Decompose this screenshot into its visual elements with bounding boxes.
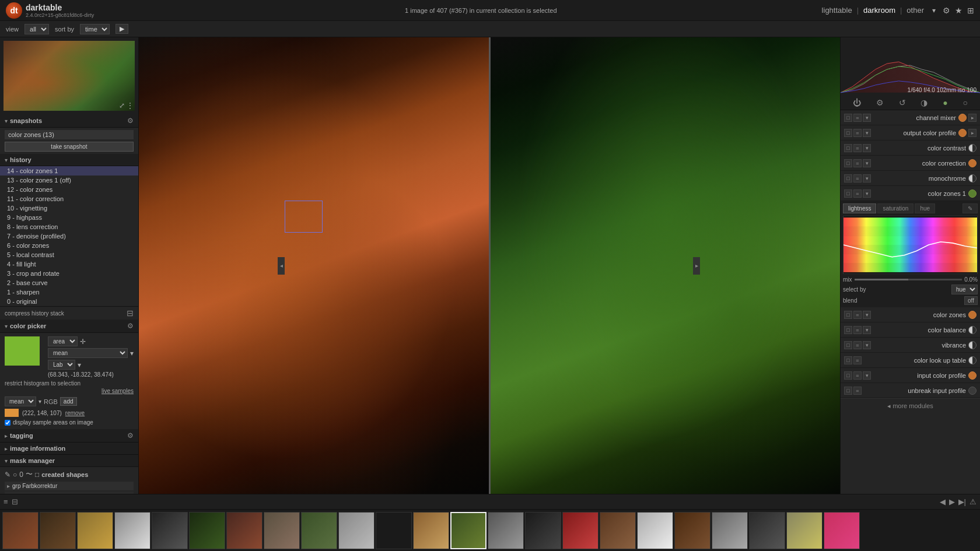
history-item-0[interactable]: 0 - original xyxy=(0,297,138,306)
mod-preset-btn[interactable]: ▾ xyxy=(863,159,871,167)
bb-warn-icon[interactable]: ⚠ xyxy=(970,497,977,506)
mod-arrow-btn2[interactable]: ▸ xyxy=(968,129,977,137)
bb-next-icon[interactable]: ▶| xyxy=(958,497,966,506)
snapshot-item[interactable]: color zones (13) xyxy=(5,130,134,139)
history-item-9[interactable]: 9 - highpass xyxy=(0,213,138,222)
mod-reset-btn[interactable]: = xyxy=(853,129,862,137)
mod-reset-btn[interactable]: = xyxy=(853,114,862,122)
history-item-10[interactable]: 10 - vignetting xyxy=(0,203,138,213)
left-panel-collapse[interactable]: ◂ xyxy=(278,257,285,275)
mod-preset-btn[interactable]: ▾ xyxy=(863,144,871,152)
history-item-6[interactable]: 6 - color zones xyxy=(0,241,138,250)
film-thumb-10[interactable] xyxy=(338,512,374,549)
nav-lighttable[interactable]: lighttable xyxy=(822,6,852,15)
history-item-8[interactable]: 8 - lens correction xyxy=(0,222,138,231)
history-item-1[interactable]: 1 - sharpen xyxy=(0,287,138,297)
rp-color-icon[interactable]: ● xyxy=(943,98,947,107)
film-thumb-18[interactable] xyxy=(637,512,673,549)
mod-enable-btn[interactable]: □ xyxy=(844,311,852,319)
film-thumb-22[interactable] xyxy=(786,512,822,549)
cp-remove-link[interactable]: remove xyxy=(65,410,85,416)
mod-enable-btn[interactable]: □ xyxy=(844,341,852,349)
cz-edit-icon[interactable]: ✎ xyxy=(963,203,978,213)
mod-arrow-btn[interactable]: ▸ xyxy=(968,114,977,122)
sort-select[interactable]: time xyxy=(80,24,110,34)
thumb-more-icon[interactable]: ⋮ xyxy=(127,101,134,110)
bb-menu-icon[interactable]: ≡ xyxy=(4,497,8,506)
more-modules-btn[interactable]: ◂ more modules xyxy=(841,398,980,413)
image-info-header[interactable]: ▸ image information xyxy=(0,443,138,455)
cp-cs-arrow[interactable]: ▾ xyxy=(78,361,81,369)
cp-mean-arrow[interactable]: ▾ xyxy=(38,398,41,405)
take-snapshot-button[interactable]: take snapshot xyxy=(5,142,134,152)
cp-mode-select[interactable]: mean xyxy=(48,348,128,358)
color-picker-gear-icon[interactable]: ⚙ xyxy=(127,322,134,330)
mod-enable-btn[interactable]: □ xyxy=(844,189,852,198)
bb-grid-icon[interactable]: ⊟ xyxy=(12,497,18,506)
mod-reset-btn[interactable]: = xyxy=(853,326,862,334)
thumb-expand-icon[interactable]: ⤢ xyxy=(119,101,125,110)
mod-reset-btn[interactable]: = xyxy=(853,174,862,183)
mod-preset-btn[interactable]: ▾ xyxy=(863,341,871,349)
zero-icon[interactable]: 0 xyxy=(19,471,23,479)
history-item-7[interactable]: 7 - denoise (profiled) xyxy=(0,231,138,241)
history-item-14[interactable]: 14 - color zones 1 xyxy=(0,166,138,176)
cp-mode-arrow[interactable]: ▾ xyxy=(130,349,134,357)
tagging-header[interactable]: ▸ tagging ⚙ xyxy=(0,429,138,443)
film-thumb-13[interactable] xyxy=(450,512,487,549)
film-thumb-3[interactable] xyxy=(77,512,113,549)
film-thumb-2[interactable] xyxy=(40,512,76,549)
mod-enable-btn[interactable]: □ xyxy=(844,174,852,183)
mod-preset-btn[interactable]: ▾ xyxy=(863,129,871,137)
mod-enable-btn[interactable]: □ xyxy=(844,356,852,364)
film-thumb-6[interactable] xyxy=(189,512,225,549)
color-picker-header[interactable]: ▾ color picker ⚙ xyxy=(0,320,138,333)
rp-channels-icon[interactable]: ◑ xyxy=(921,98,928,107)
film-thumb-21[interactable] xyxy=(749,512,785,549)
film-thumb-17[interactable] xyxy=(600,512,636,549)
history-item-12[interactable]: 12 - color zones xyxy=(0,185,138,194)
mod-reset-btn[interactable]: = xyxy=(853,371,862,380)
tagging-gear-icon[interactable]: ⚙ xyxy=(127,431,134,440)
film-thumb-5[interactable] xyxy=(152,512,188,549)
film-thumb-14[interactable] xyxy=(488,512,524,549)
grp-item[interactable]: ▸ grp Farbkorrektur xyxy=(5,482,134,490)
mod-preset-btn[interactable]: ▾ xyxy=(863,371,871,380)
snapshots-header[interactable]: ▾ snapshots ⚙ xyxy=(0,114,138,128)
nav-dropdown-arrow[interactable]: ▾ xyxy=(932,6,936,15)
mod-reset-btn[interactable]: = xyxy=(853,189,862,198)
settings-icon[interactable]: ⚙ xyxy=(943,6,950,15)
selection-rectangle[interactable] xyxy=(285,201,323,233)
mod-enable-btn[interactable]: □ xyxy=(844,387,852,395)
right-panel-collapse[interactable]: ▸ xyxy=(693,257,700,275)
grid-icon[interactable]: ⊞ xyxy=(967,6,974,15)
image-view[interactable] xyxy=(139,37,840,494)
history-header[interactable]: ▾ history xyxy=(0,154,138,166)
collection-arrow-btn[interactable]: ▶ xyxy=(116,24,128,34)
mod-enable-btn[interactable]: □ xyxy=(844,129,852,137)
cz-canvas[interactable] xyxy=(843,216,978,274)
history-item-5[interactable]: 5 - local contrast xyxy=(0,250,138,259)
nav-darkroom[interactable]: darkroom xyxy=(863,6,895,15)
mod-reset-btn[interactable]: = xyxy=(853,387,862,395)
mod-reset-btn[interactable]: = xyxy=(853,144,862,152)
wave-icon[interactable]: 〜 xyxy=(26,469,33,479)
star-icon[interactable]: ★ xyxy=(955,6,963,15)
bb-play-icon[interactable]: ▶ xyxy=(949,497,955,506)
film-thumb-4[interactable] xyxy=(114,512,150,549)
mod-reset-btn[interactable]: = xyxy=(853,341,862,349)
rp-presets-icon[interactable]: ⚙ xyxy=(876,98,884,107)
rp-bw-icon[interactable]: ○ xyxy=(963,98,968,107)
rp-reset-icon[interactable]: ↺ xyxy=(899,98,906,107)
cz-tab-hue[interactable]: hue xyxy=(915,203,935,213)
rect-icon[interactable]: □ xyxy=(35,471,39,479)
history-item-3[interactable]: 3 - crop and rotate xyxy=(0,269,138,278)
history-item-11[interactable]: 11 - color correction xyxy=(0,194,138,203)
cp-live-samples-link[interactable]: live samples xyxy=(102,388,134,394)
film-thumb-12[interactable] xyxy=(413,512,449,549)
mod-reset-btn[interactable]: = xyxy=(853,159,862,167)
cz-tab-lightness[interactable]: lightness xyxy=(843,203,876,213)
cz-tab-saturation[interactable]: saturation xyxy=(877,203,914,213)
mod-enable-btn[interactable]: □ xyxy=(844,114,852,122)
mod-enable-btn[interactable]: □ xyxy=(844,144,852,152)
